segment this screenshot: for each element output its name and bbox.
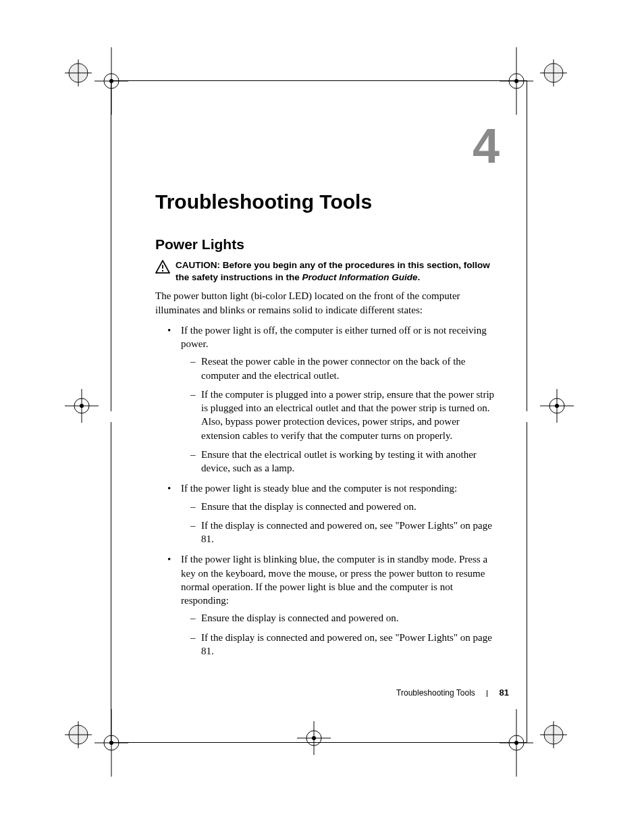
- svg-point-9: [514, 79, 518, 83]
- bullet-text: If the power light is blinking blue, the…: [181, 554, 487, 606]
- footer-section: Troubleshooting Tools: [396, 688, 475, 698]
- svg-point-12: [544, 63, 563, 82]
- crop-rule: [527, 80, 527, 411]
- list-item: If the power light is blinking blue, the…: [155, 552, 500, 658]
- svg-point-13: [544, 63, 563, 82]
- crop-rule: [111, 80, 527, 81]
- sub-list: Ensure the display is connected and powe…: [181, 611, 500, 658]
- svg-point-17: [80, 404, 84, 408]
- svg-point-8: [509, 74, 524, 88]
- svg-point-32: [306, 731, 321, 746]
- registration-mark-icon: [65, 389, 99, 423]
- svg-point-1: [69, 63, 88, 82]
- list-item: Reseat the power cable in the power conn…: [181, 355, 500, 382]
- registration-mark-icon: [95, 709, 128, 777]
- list-item: If the power light is steady blue and th…: [155, 481, 500, 546]
- page-footer: Troubleshooting Tools 81: [396, 687, 509, 698]
- caution-italic: Product Information Guide: [302, 272, 418, 282]
- crop-rule: [527, 422, 527, 743]
- svg-point-5: [109, 79, 113, 83]
- svg-point-29: [109, 741, 113, 745]
- registration-mark-icon: [65, 59, 92, 86]
- chapter-number: 4: [155, 122, 500, 170]
- caution-block: CAUTION: Before you begin any of the pro…: [155, 259, 500, 284]
- bullet-text: If the power light is off, the computer …: [181, 325, 487, 349]
- svg-point-28: [104, 735, 119, 750]
- registration-mark-icon: [500, 47, 533, 115]
- list-item: If the power light is off, the computer …: [155, 323, 500, 475]
- bullet-text: If the power light is steady blue and th…: [181, 483, 457, 494]
- caution-text: CAUTION: Before you begin any of the pro…: [176, 259, 500, 284]
- footer-separator: [487, 690, 487, 697]
- intro-paragraph: The power button light (bi-color LED) lo…: [155, 289, 500, 317]
- registration-mark-icon: [95, 47, 128, 115]
- sub-list: Ensure that the display is connected and…: [181, 500, 500, 546]
- registration-mark-icon: [500, 709, 533, 777]
- list-item: If the display is connected and powered …: [181, 631, 500, 658]
- svg-point-33: [312, 736, 316, 740]
- caution-label: CAUTION:: [176, 260, 220, 270]
- sub-list: Reseat the power cable in the power conn…: [181, 355, 500, 475]
- svg-point-16: [74, 398, 89, 413]
- svg-point-25: [69, 725, 88, 744]
- svg-point-24: [69, 725, 88, 744]
- svg-point-36: [509, 735, 524, 750]
- page-number: 81: [500, 687, 509, 698]
- svg-point-20: [549, 398, 564, 413]
- list-item: Ensure that the electrical outlet is wor…: [181, 448, 500, 475]
- crop-rule: [111, 80, 111, 411]
- svg-point-21: [555, 404, 559, 408]
- registration-mark-icon: [65, 721, 92, 748]
- crop-rule: [111, 422, 111, 743]
- svg-point-46: [162, 270, 163, 271]
- list-item: If the computer is plugged into a power …: [181, 388, 500, 442]
- svg-point-4: [104, 74, 119, 88]
- bullet-list: If the power light is off, the computer …: [155, 323, 500, 658]
- registration-mark-icon: [297, 721, 331, 755]
- caution-body-2: .: [418, 272, 421, 282]
- svg-point-40: [544, 725, 563, 744]
- registration-mark-icon: [540, 59, 567, 86]
- caution-icon: [155, 259, 170, 276]
- list-item: Ensure that the display is connected and…: [181, 500, 500, 513]
- svg-point-37: [514, 741, 518, 745]
- page-title: Troubleshooting Tools: [155, 190, 500, 213]
- registration-mark-icon: [540, 389, 574, 423]
- svg-point-0: [69, 63, 88, 82]
- crop-rule: [111, 742, 527, 743]
- section-heading: Power Lights: [155, 236, 500, 253]
- list-item: Ensure the display is connected and powe…: [181, 611, 500, 625]
- list-item: If the display is connected and powered …: [181, 519, 500, 546]
- registration-mark-icon: [540, 721, 567, 748]
- page-content: 4 Troubleshooting Tools Power Lights CAU…: [155, 122, 500, 664]
- svg-point-41: [544, 725, 563, 744]
